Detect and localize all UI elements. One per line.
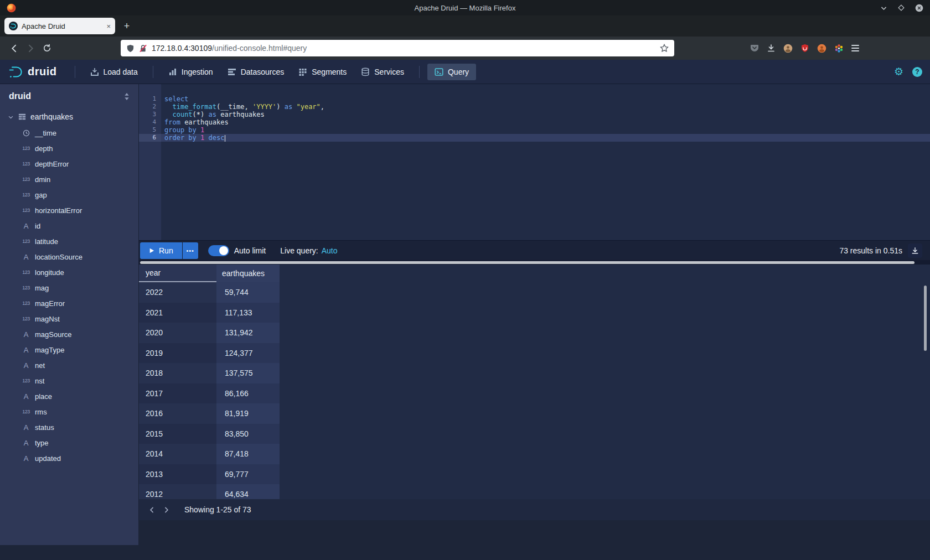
- cell-earthquakes[interactable]: 117,133: [216, 303, 280, 323]
- sidebar-column-__time[interactable]: __time: [0, 125, 138, 141]
- run-button[interactable]: Run: [140, 242, 182, 259]
- help-icon[interactable]: ?: [912, 67, 922, 77]
- sidebar-column-longitude[interactable]: 123longitude: [0, 265, 138, 280]
- tracking-shield-icon[interactable]: [126, 44, 135, 53]
- load-data-icon: [90, 68, 99, 76]
- sidebar-column-locationSource[interactable]: AlocationSource: [0, 249, 138, 265]
- cell-earthquakes[interactable]: 64,634: [216, 484, 280, 499]
- cell-year[interactable]: 2014: [139, 444, 216, 464]
- editor-line[interactable]: time_format(__time, 'YYYY') as "year",: [161, 103, 930, 111]
- previous-page-icon[interactable]: [144, 502, 159, 517]
- profile-avatar-icon[interactable]: [817, 44, 826, 53]
- url-bar[interactable]: 172.18.0.4:30109/unified-console.html#qu…: [121, 40, 674, 56]
- url-text[interactable]: 172.18.0.4:30109/unified-console.html#qu…: [152, 44, 655, 53]
- download-results-button[interactable]: [908, 243, 922, 258]
- column-header-earthquakes[interactable]: earthquakes: [216, 265, 280, 282]
- editor-line[interactable]: from earthquakes: [161, 118, 930, 126]
- code-token: (__time,: [216, 103, 252, 111]
- maximize-icon[interactable]: [897, 3, 906, 12]
- reload-icon[interactable]: [39, 40, 55, 56]
- sidebar-column-id[interactable]: Aid: [0, 218, 138, 234]
- sidebar-column-mag[interactable]: 123mag: [0, 280, 138, 295]
- cell-earthquakes[interactable]: 124,377: [216, 343, 280, 364]
- editor-line[interactable]: order by 1 desc: [161, 134, 930, 142]
- sidebar-column-magNst[interactable]: 123magNst: [0, 311, 138, 326]
- cell-year[interactable]: 2021: [139, 303, 216, 323]
- horizontal-scrollbar-thumb[interactable]: [140, 261, 914, 264]
- sidebar-column-depth[interactable]: 123depth: [0, 141, 138, 156]
- next-page-icon[interactable]: [159, 502, 173, 517]
- live-query-value[interactable]: Auto: [322, 246, 338, 255]
- sidebar-column-magType[interactable]: AmagType: [0, 342, 138, 357]
- cell-earthquakes[interactable]: 69,777: [216, 464, 280, 485]
- sidebar-column-magError[interactable]: 123magError: [0, 295, 138, 311]
- sidebar-column-rms[interactable]: 123rms: [0, 404, 138, 419]
- cell-earthquakes[interactable]: 83,850: [216, 424, 280, 444]
- sort-columns-icon[interactable]: [124, 93, 130, 100]
- ublock-origin-icon[interactable]: [800, 44, 809, 53]
- sidebar-column-nst[interactable]: 123nst: [0, 373, 138, 388]
- sidebar-column-depthError[interactable]: 123depthError: [0, 156, 138, 172]
- nav-ingestion[interactable]: Ingestion: [161, 64, 220, 80]
- sidebar-column-net[interactable]: Anet: [0, 357, 138, 373]
- new-tab-button[interactable]: +: [118, 18, 135, 34]
- nav-datasources[interactable]: Datasources: [220, 64, 292, 80]
- nav-load-data[interactable]: Load data: [83, 64, 145, 80]
- druid-logo[interactable]: druid: [8, 65, 57, 79]
- minimize-icon[interactable]: [879, 3, 888, 12]
- nav-query[interactable]: Query: [427, 64, 476, 80]
- forward-icon[interactable]: [22, 40, 39, 56]
- downloads-icon[interactable]: [767, 44, 776, 53]
- sidebar-column-magSource[interactable]: AmagSource: [0, 326, 138, 342]
- cell-year[interactable]: 2013: [139, 464, 216, 485]
- close-icon[interactable]: [914, 3, 923, 12]
- column-name: nst: [35, 377, 44, 385]
- cell-earthquakes[interactable]: 59,744: [216, 282, 280, 303]
- menu-icon[interactable]: [851, 45, 859, 51]
- sidebar-column-updated[interactable]: Aupdated: [0, 450, 138, 466]
- nav-services[interactable]: Services: [354, 64, 411, 80]
- editor-code[interactable]: select time_format(__time, 'YYYY') as "y…: [161, 84, 930, 240]
- cell-earthquakes[interactable]: 86,166: [216, 383, 280, 404]
- sql-editor[interactable]: 123456 select time_format(__time, 'YYYY'…: [139, 84, 930, 240]
- sidebar-column-horizontalError[interactable]: 123horizontalError: [0, 203, 138, 218]
- cell-year[interactable]: 2016: [139, 403, 216, 424]
- insecure-lock-icon[interactable]: [139, 44, 147, 53]
- nav-segments[interactable]: Segments: [291, 64, 354, 80]
- cell-year[interactable]: 2012: [139, 484, 216, 499]
- horizontal-scrollbar[interactable]: [139, 260, 930, 265]
- run-more-button[interactable]: •••: [183, 242, 198, 259]
- sidebar-column-status[interactable]: Astatus: [0, 419, 138, 435]
- sidebar-column-type[interactable]: Atype: [0, 435, 138, 450]
- auto-limit-toggle[interactable]: [208, 245, 229, 256]
- extension-pinwheel-icon[interactable]: [834, 44, 844, 53]
- cell-year[interactable]: 2018: [139, 363, 216, 383]
- vertical-scrollbar-thumb[interactable]: [924, 286, 927, 351]
- editor-line[interactable]: group by 1: [161, 126, 930, 134]
- cell-earthquakes[interactable]: 137,575: [216, 363, 280, 383]
- schema-sidebar: druid earthquakes __time123depth123depth…: [0, 84, 138, 545]
- cell-year[interactable]: 2022: [139, 282, 216, 303]
- cell-earthquakes[interactable]: 81,919: [216, 403, 280, 424]
- sidebar-column-gap[interactable]: 123gap: [0, 187, 138, 203]
- cell-year[interactable]: 2019: [139, 343, 216, 364]
- settings-gear-icon[interactable]: ⚙: [894, 66, 903, 77]
- cell-year[interactable]: 2017: [139, 383, 216, 404]
- sidebar-column-latitude[interactable]: 123latitude: [0, 234, 138, 249]
- sidebar-table-earthquakes[interactable]: earthquakes: [0, 108, 138, 125]
- account-avatar-icon[interactable]: [783, 44, 793, 53]
- column-header-year[interactable]: year: [139, 265, 216, 282]
- editor-line[interactable]: count(*) as earthquakes: [161, 111, 930, 118]
- sidebar-column-dmin[interactable]: 123dmin: [0, 172, 138, 187]
- sidebar-column-place[interactable]: Aplace: [0, 388, 138, 404]
- editor-line[interactable]: select: [161, 95, 930, 103]
- cell-year[interactable]: 2020: [139, 323, 216, 343]
- cell-earthquakes[interactable]: 131,942: [216, 323, 280, 343]
- cell-earthquakes[interactable]: 87,418: [216, 444, 280, 464]
- pocket-icon[interactable]: [750, 44, 759, 53]
- back-icon[interactable]: [6, 40, 22, 56]
- tab-close-icon[interactable]: ×: [106, 23, 111, 30]
- bookmark-star-icon[interactable]: [660, 44, 669, 53]
- browser-tab[interactable]: Apache Druid ×: [4, 18, 115, 34]
- cell-year[interactable]: 2015: [139, 424, 216, 444]
